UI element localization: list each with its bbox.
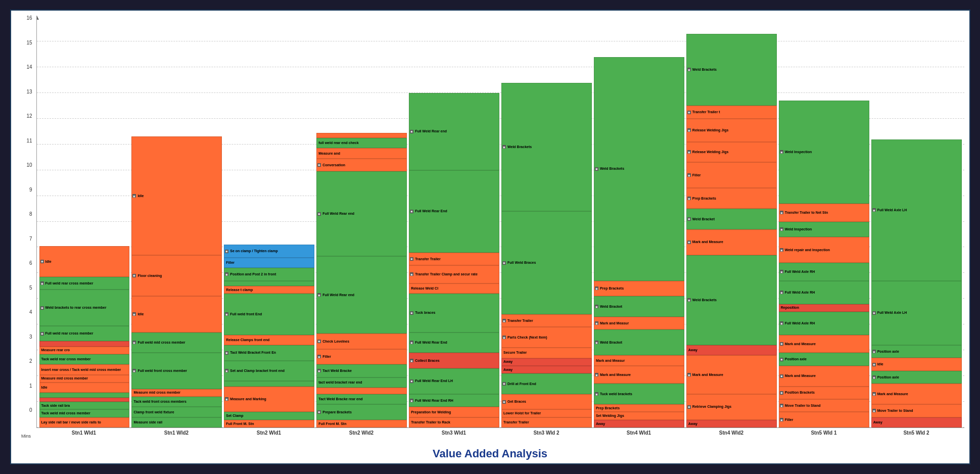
bar-segment-stn2-wld1-4: ▣Set and Clamp bracket front end [224, 361, 314, 382]
bar-segment-stn5-wld2-2: ▣Mark and Measure [871, 384, 962, 404]
bar-segment-stn3-wld2-2: ▣Get Braces [501, 394, 592, 410]
y-label-5: 5 [16, 286, 34, 291]
bar-segment-stn3-wld2-8: ▣Transfer Trailer [501, 314, 592, 327]
x-label-stn5-wld1: Stn5 Wld 1 [779, 428, 869, 443]
x-label-stn1-wld1: Stn1 Wld1 [39, 428, 129, 443]
bar-segment-stn3-wld1-4: ▣Collect Braces [409, 353, 499, 368]
y-label-13: 13 [16, 89, 34, 94]
y-label-3: 3 [16, 335, 34, 340]
bar-segment-stn1-wld1-5: Idle [39, 383, 130, 393]
bar-segment-stn2-wld2-4: tact weld bracket rear end [316, 377, 407, 388]
bar-segment-stn4-wld2-7: ▣Prep Brackets [686, 188, 777, 209]
y-label-1: 1 [16, 384, 34, 389]
bar-segment-stn2-wld2-5: ▣Tact Weld Bracke [316, 364, 407, 377]
bar-segment-stn4-wld2-11: ▣Transfer Trailer t [686, 106, 777, 118]
x-label-stn2-wld2: Stn2 Wld2 [316, 428, 407, 443]
bar-segment-stn1-wld1-0: Lay side rail bar / move side rails to [39, 417, 130, 428]
bar-segment-stn1-wld2-7: ▣Floor cleaning [131, 255, 222, 297]
y-label-8: 8 [16, 212, 34, 217]
bar-segment-stn1-wld2-1: Clamp front weld fixture [131, 407, 222, 417]
bar-segment-stn4-wld1-0: Away [594, 420, 684, 428]
y-label-12: 12 [16, 114, 34, 119]
bar-segment-stn3-wld2-0: Transfer Trailer [501, 417, 592, 428]
bar-group-stn2-wld1: Full Front M. StnSet Clamp▣Measure and M… [224, 16, 314, 428]
bar-segment-stn5-wld2-0: Away [871, 417, 962, 428]
bar-group-stn1-wld1: Lay side rail bar / move side rails toTa… [39, 16, 130, 428]
bar-segment-stn1-wld1-8: Tack weld rear cross member [39, 354, 130, 364]
bar-segment-stn1-wld2-5: ▣Full weld mid cross member [131, 333, 222, 353]
bar-segment-stn5-wld1-1: ▣Move Trailer to Stand [779, 399, 869, 412]
bar-segment-stn1-wld2-4: ▣Full weld front cross member [131, 353, 222, 389]
bar-segment-stn2-wld2-7: ▣Check Levelnes [316, 334, 407, 349]
x-label-stn4-wld2: Stn4 Wld2 [686, 428, 777, 443]
bar-segment-stn1-wld1-3 [39, 398, 130, 402]
y-label-0: 0 [16, 408, 34, 413]
bar-segment-stn1-wld1-4 [39, 393, 130, 398]
bar-segment-stn5-wld1-8: ▣Full Weld Axle RH [779, 281, 869, 304]
bar-segment-stn5-wld2-5: ▣Position axle [871, 345, 962, 358]
bar-group-stn3-wld1: Transfer Trailer to RackPreparation for … [409, 16, 499, 428]
bar-segment-stn5-wld2-4: ▣Idle [871, 358, 962, 370]
bar-group-stn5-wld2: Away▣Move Trailer to Stand▣Mark and Meas… [871, 16, 962, 428]
bar-segment-stn1-wld1-13: ▣Full weld rear cross member [39, 277, 130, 290]
y-axis-unit-label: Mins [21, 433, 31, 439]
bar-segment-stn3-wld2-7: ▣Parts Check (Next Item) [501, 327, 592, 348]
bar-segment-stn4-wld2-12: ▣Weld Brackets [686, 34, 777, 106]
y-label-7: 7 [16, 236, 34, 242]
bar-segment-stn1-wld1-9: Measure rear cro [39, 347, 130, 354]
bar-segment-stn5-wld1-3: ▣Mark and Measure [779, 366, 869, 387]
bar-segment-stn1-wld2-6: ▣Idle [131, 296, 222, 332]
bar-segment-stn5-wld1-0: ▣Filler [779, 412, 869, 428]
bar-segment-stn2-wld2-13 [316, 133, 407, 138]
bar-segment-stn2-wld2-1: ▣Prepare Brackets [316, 404, 407, 420]
bar-segment-stn2-wld1-3 [224, 381, 314, 386]
bar-segment-stn2-wld2-0: Full Front M. Stn [316, 420, 407, 428]
bar-segment-stn2-wld1-9 [224, 281, 314, 286]
bar-segment-stn5-wld1-10: ▣Weld repair and Inspection [779, 237, 869, 263]
y-label-6: 6 [16, 261, 34, 266]
bar-segment-stn3-wld1-5: ▣Full Weld Rear End [409, 333, 499, 353]
y-label-15: 15 [16, 40, 34, 45]
bar-segment-stn3-wld1-10: ▣Full Weld Rear End [409, 170, 499, 253]
bar-segment-stn1-wld2-8: ▣Idle [131, 136, 222, 255]
y-label-16: 16 [16, 16, 34, 21]
y-label-2: 2 [16, 359, 34, 364]
bar-segment-stn3-wld1-11: ▣Full Weld Rear end [409, 93, 499, 170]
bar-segment-stn4-wld1-3: ▣Tuck weld brackets [594, 384, 684, 404]
y-label-11: 11 [16, 138, 34, 144]
bar-group-stn1-wld2: Measure side railClamp front weld fixtur… [131, 16, 222, 428]
bar-segment-stn3-wld1-3: ▣Full Weld Rear End LH [409, 368, 499, 394]
bar-segment-stn1-wld1-11: ▣Full weld rear cross member [39, 326, 130, 342]
bar-segment-stn4-wld1-7: ▣Mark and Measur [594, 317, 684, 329]
bar-segment-stn1-wld1-1: Tack weld mid cross member [39, 409, 130, 417]
bar-segment-stn3-wld2-5: Away [501, 358, 592, 366]
bar-segment-stn4-wld2-10: ▣Release Welding Jigs [686, 119, 777, 142]
x-label-stn1-wld2: Stn1 Wld2 [131, 428, 222, 443]
bar-segment-stn2-wld2-3 [316, 388, 407, 394]
bar-segment-stn5-wld2-1: ▣Move Trailer to Stand [871, 404, 962, 417]
bar-segment-stn2-wld1-11: Filler [224, 258, 314, 268]
bar-segment-stn5-wld1-12: ▣Transfer Trailer to Net Stn [779, 204, 869, 222]
bar-segment-stn3-wld2-4: Away [501, 366, 592, 373]
bar-segment-stn4-wld1-1: Set Welding Jigs [594, 412, 684, 419]
bar-segment-stn2-wld1-6: Release Clamps front end [224, 335, 314, 345]
bar-segment-stn4-wld2-1: ▣Retrieve Clamping Jigs [686, 394, 777, 420]
bar-segment-stn3-wld2-1: Lower Hoist for Trailer [501, 409, 592, 417]
bar-segment-stn5-wld1-4: ▣Position axle [779, 353, 869, 365]
bar-segment-stn4-wld1-10: ▣Weld Brackets [594, 57, 684, 281]
bar-segment-stn3-wld2-10: ▣Weld Brackets [501, 83, 592, 212]
bar-segment-stn1-wld1-12: ▣Weld brackets to rear cross member [39, 290, 130, 325]
bar-segment-stn4-wld2-2: ▣Mark and Measure [686, 355, 777, 394]
bar-segment-stn4-wld1-4: ▣Mark and Measure [594, 366, 684, 384]
bar-segment-stn4-wld2-0: Away [686, 420, 777, 428]
bar-segment-stn4-wld2-3: Away [686, 345, 777, 355]
x-label-stn5-wld2: Stn5 Wld 2 [871, 428, 962, 443]
bar-segment-stn4-wld2-8: ▣Filler [686, 162, 777, 188]
y-label-9: 9 [16, 187, 34, 193]
bar-segment-stn2-wld1-7: ▣Full weld front End [224, 294, 314, 335]
y-label-4: 4 [16, 310, 34, 315]
bar-segment-stn3-wld2-3: ▣Drill at Front End [501, 373, 592, 394]
bar-segment-stn5-wld1-6: ▣Full Weld Axle RH [779, 312, 869, 335]
x-label-stn3-wld2: Stn3 Wld 2 [501, 428, 592, 443]
bar-segment-stn4-wld2-4: ▣Weld Brackets [686, 255, 777, 345]
